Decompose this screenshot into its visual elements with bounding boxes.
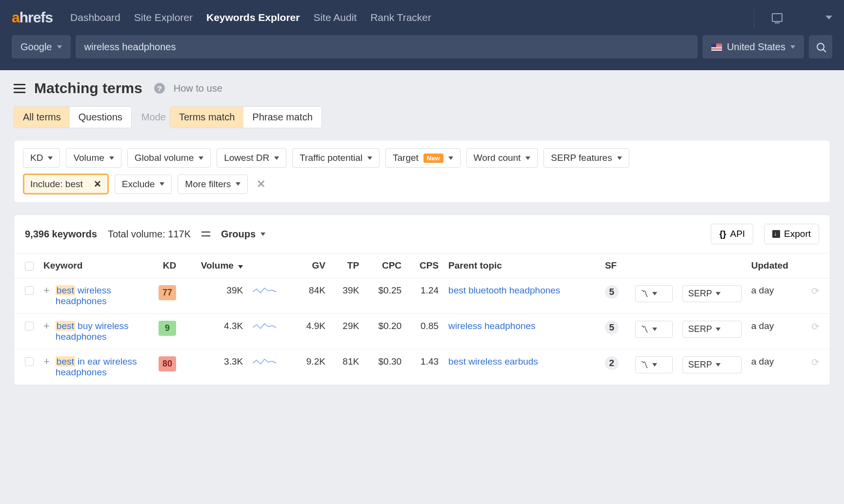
serp-dropdown[interactable]: SERP bbox=[683, 356, 741, 373]
caret-down-icon bbox=[160, 182, 164, 186]
tp-cell: 39K bbox=[330, 278, 364, 314]
tab-terms-match[interactable]: Terms match bbox=[170, 107, 243, 128]
expand-icon[interactable]: + bbox=[43, 285, 50, 296]
menu-icon[interactable] bbox=[14, 84, 25, 93]
filter-serp-features[interactable]: SERP features bbox=[543, 148, 629, 168]
caret-down-icon bbox=[716, 363, 721, 367]
parent-topic-link[interactable]: best bluetooth headphones bbox=[448, 285, 560, 295]
api-button[interactable]: API bbox=[711, 224, 753, 244]
row-checkbox[interactable] bbox=[25, 286, 34, 295]
chart-dropdown[interactable] bbox=[635, 285, 673, 302]
more-filters[interactable]: More filters bbox=[178, 174, 248, 194]
keyword-count: 9,396 keywords bbox=[25, 229, 97, 240]
filter-traffic-potential[interactable]: Traffic potential bbox=[292, 148, 380, 168]
search-engine-dropdown[interactable]: Google bbox=[12, 35, 71, 58]
select-all-checkbox[interactable] bbox=[25, 262, 34, 271]
volume-cell: 4.3K bbox=[181, 314, 248, 349]
search-row: Google United States bbox=[0, 35, 844, 70]
col-tp[interactable]: TP bbox=[330, 253, 364, 278]
sf-badge[interactable]: 5 bbox=[605, 285, 619, 299]
col-cps[interactable]: CPS bbox=[406, 253, 443, 278]
keyword-link[interactable]: best wireless headphones bbox=[56, 285, 141, 307]
nav-separator bbox=[754, 7, 754, 28]
monitor-icon[interactable] bbox=[772, 13, 783, 22]
tab-questions[interactable]: Questions bbox=[70, 107, 131, 128]
results-summary: 9,396 keywords Total volume: 117K Groups… bbox=[14, 215, 830, 253]
expand-icon[interactable]: + bbox=[43, 321, 50, 331]
exclude-filter[interactable]: Exclude bbox=[115, 174, 172, 194]
nav-link[interactable]: Site Explorer bbox=[134, 12, 193, 23]
match-tabs: Terms matchPhrase match bbox=[170, 106, 322, 128]
filters-row-1: KDVolumeGlobal volumeLowest DRTraffic po… bbox=[23, 148, 821, 168]
refresh-icon[interactable]: ⟳ bbox=[811, 357, 820, 368]
expand-icon[interactable]: + bbox=[43, 356, 50, 367]
filters-card: KDVolumeGlobal volumeLowest DRTraffic po… bbox=[14, 140, 830, 203]
col-volume[interactable]: Volume bbox=[181, 253, 248, 278]
account-dropdown-icon[interactable] bbox=[825, 16, 832, 19]
filter-volume[interactable]: Volume bbox=[66, 148, 121, 168]
country-dropdown[interactable]: United States bbox=[703, 35, 804, 58]
caret-down-icon bbox=[652, 363, 657, 367]
row-checkbox[interactable] bbox=[25, 357, 34, 366]
close-icon[interactable]: ✕ bbox=[94, 178, 101, 190]
sliders-icon[interactable] bbox=[201, 231, 210, 237]
nav-link[interactable]: Site Audit bbox=[313, 12, 357, 23]
caret-down-icon bbox=[716, 328, 721, 331]
filter-label: KD bbox=[30, 153, 43, 163]
include-label: Include: best bbox=[30, 179, 83, 190]
col-kd[interactable]: KD bbox=[146, 253, 181, 278]
help-icon[interactable]: ? bbox=[154, 83, 165, 94]
tab-phrase-match[interactable]: Phrase match bbox=[243, 107, 321, 128]
col-keyword[interactable]: Keyword bbox=[39, 253, 146, 278]
include-filter-chip[interactable]: Include: best ✕ bbox=[23, 174, 109, 194]
filter-word-count[interactable]: Word count bbox=[466, 148, 538, 168]
gv-cell: 4.9K bbox=[293, 314, 330, 349]
cps-cell: 1.43 bbox=[406, 349, 443, 385]
row-checkbox[interactable] bbox=[25, 322, 34, 330]
col-sf[interactable]: SF bbox=[600, 253, 630, 278]
serp-dropdown[interactable]: SERP bbox=[683, 285, 741, 302]
caret-down-icon bbox=[236, 182, 241, 186]
nav-link[interactable]: Rank Tracker bbox=[370, 12, 431, 23]
volume-cell: 39K bbox=[181, 278, 248, 314]
clear-filters-icon[interactable]: ✕ bbox=[257, 178, 265, 191]
parent-topic-link[interactable]: wireless headphones bbox=[448, 321, 536, 331]
sort-desc-icon bbox=[238, 265, 243, 269]
chart-icon bbox=[641, 324, 648, 334]
caret-down-icon bbox=[48, 156, 53, 160]
filter-global-volume[interactable]: Global volume bbox=[127, 148, 211, 168]
flag-us-icon bbox=[711, 43, 722, 51]
filter-lowest-dr[interactable]: Lowest DR bbox=[217, 148, 286, 168]
keyword-link[interactable]: best buy wireless headphones bbox=[56, 321, 141, 342]
caret-down-icon bbox=[448, 156, 453, 160]
sf-badge[interactable]: 2 bbox=[605, 356, 619, 370]
nav-link[interactable]: Keywords Explorer bbox=[206, 12, 300, 23]
search-button[interactable] bbox=[809, 35, 832, 58]
refresh-icon[interactable]: ⟳ bbox=[811, 286, 820, 296]
parent-topic-link[interactable]: best wireless earbuds bbox=[448, 356, 538, 367]
keyword-link[interactable]: best in ear wireless headphones bbox=[56, 356, 141, 378]
type-tabs: All termsQuestions bbox=[14, 106, 132, 128]
col-cpc[interactable]: CPC bbox=[364, 253, 406, 278]
keyword-search-input[interactable] bbox=[76, 35, 698, 58]
filter-kd[interactable]: KD bbox=[23, 148, 60, 168]
caret-down-icon bbox=[652, 328, 657, 331]
filter-target[interactable]: TargetNew bbox=[385, 148, 461, 168]
col-gv[interactable]: GV bbox=[293, 253, 330, 278]
chart-dropdown[interactable] bbox=[635, 321, 673, 338]
export-button[interactable]: Export bbox=[764, 224, 819, 244]
groups-dropdown[interactable]: Groups bbox=[221, 229, 265, 240]
serp-dropdown[interactable]: SERP bbox=[683, 321, 741, 338]
col-parent[interactable]: Parent topic bbox=[443, 253, 600, 278]
logo[interactable]: ahrefs bbox=[12, 9, 53, 26]
top-nav: ahrefs DashboardSite ExplorerKeywords Ex… bbox=[0, 0, 844, 35]
refresh-icon[interactable]: ⟳ bbox=[811, 321, 820, 332]
chart-dropdown[interactable] bbox=[635, 356, 673, 373]
updated-cell: a day bbox=[746, 349, 807, 385]
more-filters-label: More filters bbox=[185, 179, 231, 190]
col-updated[interactable]: Updated bbox=[746, 253, 807, 278]
tab-all-terms[interactable]: All terms bbox=[14, 107, 70, 128]
nav-link[interactable]: Dashboard bbox=[70, 12, 121, 23]
help-link[interactable]: How to use bbox=[174, 83, 222, 94]
sf-badge[interactable]: 5 bbox=[605, 321, 619, 334]
